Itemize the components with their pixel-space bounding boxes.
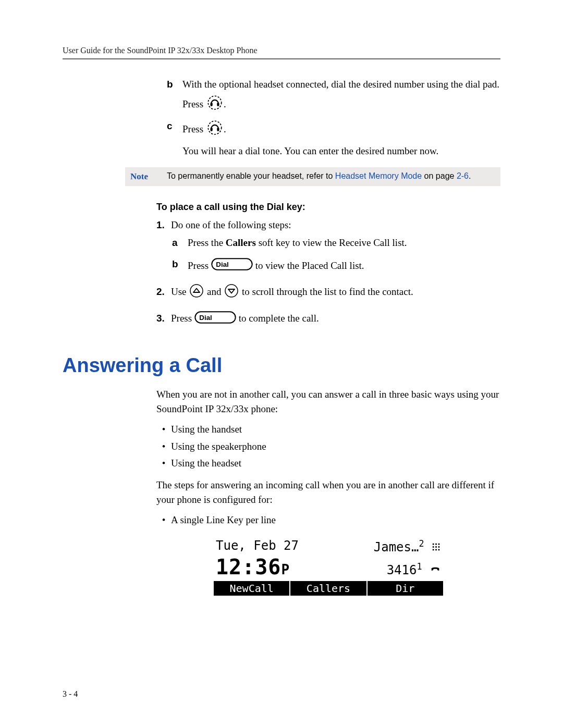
step-1a: a Press the Callers soft key to view the… xyxy=(172,236,500,250)
step-c-marker: c xyxy=(167,119,182,133)
step-1: 1.Do one of the following steps: xyxy=(156,218,500,232)
arrow-down-icon xyxy=(224,283,239,303)
step-1a-marker: a xyxy=(172,236,188,250)
step-3: 3.Press to complete the call. xyxy=(156,310,500,329)
header-rule xyxy=(63,58,500,59)
answering-bullets-2: •A single Line Key per line xyxy=(156,512,500,528)
dial-key-heading: To place a call using the Dial key: xyxy=(156,202,500,213)
step-b-press: Press . xyxy=(167,94,500,117)
list-item: •Using the speakerphone xyxy=(156,438,500,455)
headset-memory-mode-link[interactable]: Headset Memory Mode xyxy=(335,171,422,180)
step-b: b With the optional headset connected, d… xyxy=(167,77,500,92)
headset-icon xyxy=(206,94,224,117)
step-1-text: Do one of the following steps: xyxy=(171,219,291,230)
document-page: User Guide for the SoundPoint IP 32x/33x… xyxy=(0,0,563,728)
lcd-name: James…2 xyxy=(374,538,441,555)
lcd-softkeys: NewCall Callers Dir xyxy=(214,581,443,596)
list-item: •Using the handset xyxy=(156,421,500,438)
step-1b: b Press to view the Placed Call list. xyxy=(172,257,500,277)
lcd-date: Tue, Feb 27 xyxy=(216,538,299,555)
press-label: Press xyxy=(182,98,203,109)
answering-intro: When you are not in another call, you ca… xyxy=(156,387,500,416)
followup-text: You will hear a dial tone. You can enter… xyxy=(182,144,500,158)
note-callout: Note To permanently enable your headset,… xyxy=(125,167,500,186)
dial-key-section: To place a call using the Dial key: 1.Do… xyxy=(156,202,500,328)
press-period: . xyxy=(224,98,226,109)
softkey-newcall: NewCall xyxy=(214,581,289,596)
answering-a-call-heading: Answering a Call xyxy=(63,354,500,377)
step-c: c Press . xyxy=(167,119,500,142)
answering-bullets: •Using the handset •Using the speakerpho… xyxy=(156,421,500,472)
headset-icon xyxy=(206,119,224,142)
step-b-marker: b xyxy=(167,77,182,92)
softkey-callers: Callers xyxy=(290,581,366,596)
note-text: To permanently enable your headset, refe… xyxy=(167,171,495,181)
step-b-text: With the optional headset connected, dia… xyxy=(182,77,500,92)
note-label: Note xyxy=(130,171,167,182)
press-period: . xyxy=(224,124,226,134)
step-2: 2.Use and to scroll through the list to … xyxy=(156,283,500,303)
step-3-num: 3. xyxy=(156,311,171,326)
list-item: •Using the headset xyxy=(156,455,500,472)
page-ref-link[interactable]: 2-6 xyxy=(457,171,469,180)
step-2-num: 2. xyxy=(156,285,171,299)
list-item: •A single Line Key per line xyxy=(156,512,500,528)
lcd-time: 12:36P xyxy=(216,555,290,579)
step-c-followup: You will hear a dial tone. You can enter… xyxy=(167,144,500,158)
step-1-num: 1. xyxy=(156,218,171,232)
lcd-extension: 34161 xyxy=(387,561,441,578)
answering-body: When you are not in another call, you ca… xyxy=(156,387,500,595)
softkey-dir: Dir xyxy=(368,581,443,596)
phone-lcd: Tue, Feb 27 James…2 12:36P 34161 xyxy=(156,538,500,596)
step-block-1: b With the optional headset connected, d… xyxy=(167,77,500,158)
dial-key-icon xyxy=(211,257,253,277)
press-label: Press xyxy=(182,124,203,134)
callers-bold: Callers xyxy=(226,237,256,248)
arrow-up-icon xyxy=(189,283,204,303)
press-label: Press xyxy=(188,261,209,272)
answering-para2: The steps for answering an incoming call… xyxy=(156,478,500,507)
step-1b-marker: b xyxy=(172,257,188,272)
dial-key-icon xyxy=(194,310,236,329)
running-header: User Guide for the SoundPoint IP 32x/33x… xyxy=(63,46,500,55)
step-1b-after: to view the Placed Call list. xyxy=(253,261,364,272)
page-number: 3 - 4 xyxy=(63,689,78,699)
phone-icon xyxy=(430,563,441,578)
keypad-icon xyxy=(432,540,441,555)
